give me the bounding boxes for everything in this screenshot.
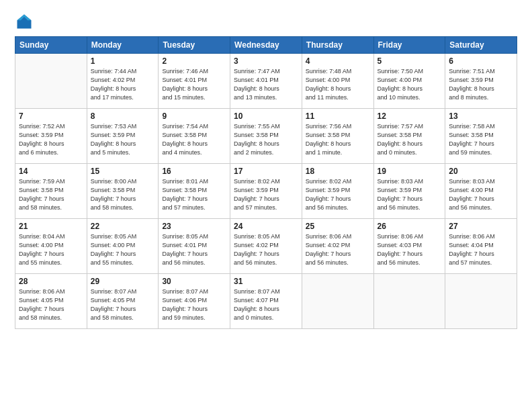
day-info: Sunrise: 7:59 AM Sunset: 3:58 PM Dayligh… <box>19 177 83 212</box>
day-info: Sunrise: 8:07 AM Sunset: 4:05 PM Dayligh… <box>91 287 155 322</box>
calendar-cell: 28Sunrise: 8:06 AM Sunset: 4:05 PM Dayli… <box>15 274 87 329</box>
day-info: Sunrise: 7:55 AM Sunset: 3:58 PM Dayligh… <box>234 122 298 157</box>
calendar-cell: 29Sunrise: 8:07 AM Sunset: 4:05 PM Dayli… <box>87 274 159 329</box>
day-number: 19 <box>378 167 442 176</box>
calendar-cell: 24Sunrise: 8:05 AM Sunset: 4:02 PM Dayli… <box>230 219 302 274</box>
day-number: 4 <box>306 56 370 66</box>
day-number: 24 <box>234 222 298 231</box>
calendar-cell: 1Sunrise: 7:44 AM Sunset: 4:02 PM Daylig… <box>87 54 159 109</box>
calendar-cell: 23Sunrise: 8:05 AM Sunset: 4:01 PM Dayli… <box>159 219 230 274</box>
calendar-body: 1Sunrise: 7:44 AM Sunset: 4:02 PM Daylig… <box>15 54 517 329</box>
day-number: 8 <box>91 111 155 121</box>
day-info: Sunrise: 7:46 AM Sunset: 4:01 PM Dayligh… <box>162 67 226 102</box>
calendar-cell: 31Sunrise: 8:07 AM Sunset: 4:07 PM Dayli… <box>230 274 302 329</box>
calendar-cell: 6Sunrise: 7:51 AM Sunset: 3:59 PM Daylig… <box>445 54 517 109</box>
day-number: 31 <box>234 277 298 286</box>
calendar-week-row: 28Sunrise: 8:06 AM Sunset: 4:05 PM Dayli… <box>15 274 517 329</box>
calendar-cell: 12Sunrise: 7:57 AM Sunset: 3:58 PM Dayli… <box>373 109 445 164</box>
calendar-cell: 25Sunrise: 8:06 AM Sunset: 4:02 PM Dayli… <box>302 219 373 274</box>
day-info: Sunrise: 8:04 AM Sunset: 4:00 PM Dayligh… <box>19 232 83 267</box>
calendar-cell: 4Sunrise: 7:48 AM Sunset: 4:00 PM Daylig… <box>302 54 373 109</box>
day-number: 26 <box>378 222 442 231</box>
weekday-header-cell: Tuesday <box>159 37 230 54</box>
weekday-header-cell: Wednesday <box>230 37 302 54</box>
day-number: 6 <box>449 56 513 66</box>
day-info: Sunrise: 8:06 AM Sunset: 4:02 PM Dayligh… <box>306 232 370 267</box>
calendar-week-row: 7Sunrise: 7:52 AM Sunset: 3:59 PM Daylig… <box>15 109 517 164</box>
day-info: Sunrise: 8:02 AM Sunset: 3:59 PM Dayligh… <box>234 177 298 212</box>
calendar-cell <box>302 274 373 329</box>
day-number: 28 <box>19 277 83 286</box>
day-info: Sunrise: 7:48 AM Sunset: 4:00 PM Dayligh… <box>306 67 370 102</box>
day-number: 14 <box>19 167 83 176</box>
calendar-cell: 11Sunrise: 7:56 AM Sunset: 3:58 PM Dayli… <box>302 109 373 164</box>
calendar-cell: 7Sunrise: 7:52 AM Sunset: 3:59 PM Daylig… <box>15 109 87 164</box>
day-number: 13 <box>449 111 513 121</box>
day-number: 2 <box>162 56 226 66</box>
calendar-cell: 8Sunrise: 7:53 AM Sunset: 3:59 PM Daylig… <box>87 109 159 164</box>
day-number: 25 <box>306 222 370 231</box>
calendar-cell: 14Sunrise: 7:59 AM Sunset: 3:58 PM Dayli… <box>15 164 87 219</box>
day-number: 21 <box>19 222 83 231</box>
day-number: 7 <box>19 111 83 121</box>
calendar-cell: 5Sunrise: 7:50 AM Sunset: 4:00 PM Daylig… <box>373 54 445 109</box>
day-number: 10 <box>234 111 298 121</box>
day-info: Sunrise: 7:54 AM Sunset: 3:58 PM Dayligh… <box>162 122 226 157</box>
calendar-cell: 16Sunrise: 8:01 AM Sunset: 3:58 PM Dayli… <box>159 164 230 219</box>
calendar-cell: 10Sunrise: 7:55 AM Sunset: 3:58 PM Dayli… <box>230 109 302 164</box>
weekday-header-cell: Friday <box>373 37 445 54</box>
calendar-cell <box>15 54 87 109</box>
day-number: 18 <box>306 167 370 176</box>
weekday-header-cell: Sunday <box>15 37 87 54</box>
calendar-week-row: 21Sunrise: 8:04 AM Sunset: 4:00 PM Dayli… <box>15 219 517 274</box>
weekday-header-row: SundayMondayTuesdayWednesdayThursdayFrid… <box>15 37 517 54</box>
day-info: Sunrise: 7:58 AM Sunset: 3:58 PM Dayligh… <box>449 122 513 157</box>
day-info: Sunrise: 8:06 AM Sunset: 4:04 PM Dayligh… <box>449 232 513 267</box>
calendar-cell: 9Sunrise: 7:54 AM Sunset: 3:58 PM Daylig… <box>159 109 230 164</box>
day-info: Sunrise: 7:52 AM Sunset: 3:59 PM Dayligh… <box>19 122 83 157</box>
header <box>15 12 517 31</box>
logo-icon <box>15 12 34 31</box>
day-info: Sunrise: 8:00 AM Sunset: 3:58 PM Dayligh… <box>91 177 155 212</box>
day-info: Sunrise: 8:02 AM Sunset: 3:59 PM Dayligh… <box>306 177 370 212</box>
day-info: Sunrise: 8:05 AM Sunset: 4:02 PM Dayligh… <box>234 232 298 267</box>
day-info: Sunrise: 7:50 AM Sunset: 4:00 PM Dayligh… <box>378 67 442 102</box>
weekday-header-cell: Saturday <box>445 37 517 54</box>
weekday-header-cell: Monday <box>87 37 159 54</box>
day-info: Sunrise: 8:06 AM Sunset: 4:05 PM Dayligh… <box>19 287 83 322</box>
day-number: 3 <box>234 56 298 66</box>
day-number: 27 <box>449 222 513 231</box>
day-number: 9 <box>162 111 226 121</box>
calendar-cell: 19Sunrise: 8:03 AM Sunset: 3:59 PM Dayli… <box>373 164 445 219</box>
calendar-cell: 30Sunrise: 8:07 AM Sunset: 4:06 PM Dayli… <box>159 274 230 329</box>
day-number: 12 <box>378 111 442 121</box>
day-info: Sunrise: 8:05 AM Sunset: 4:01 PM Dayligh… <box>162 232 226 267</box>
day-number: 11 <box>306 111 370 121</box>
day-number: 1 <box>91 56 155 66</box>
calendar-week-row: 1Sunrise: 7:44 AM Sunset: 4:02 PM Daylig… <box>15 54 517 109</box>
calendar-cell <box>445 274 517 329</box>
calendar-cell: 27Sunrise: 8:06 AM Sunset: 4:04 PM Dayli… <box>445 219 517 274</box>
day-info: Sunrise: 8:03 AM Sunset: 3:59 PM Dayligh… <box>378 177 442 212</box>
calendar-week-row: 14Sunrise: 7:59 AM Sunset: 3:58 PM Dayli… <box>15 164 517 219</box>
day-number: 30 <box>162 277 226 286</box>
calendar-cell: 15Sunrise: 8:00 AM Sunset: 3:58 PM Dayli… <box>87 164 159 219</box>
day-info: Sunrise: 8:03 AM Sunset: 4:00 PM Dayligh… <box>449 177 513 212</box>
calendar-cell: 20Sunrise: 8:03 AM Sunset: 4:00 PM Dayli… <box>445 164 517 219</box>
day-number: 16 <box>162 167 226 176</box>
calendar-cell: 17Sunrise: 8:02 AM Sunset: 3:59 PM Dayli… <box>230 164 302 219</box>
day-number: 5 <box>378 56 442 66</box>
calendar-cell: 3Sunrise: 7:47 AM Sunset: 4:01 PM Daylig… <box>230 54 302 109</box>
day-number: 23 <box>162 222 226 231</box>
day-info: Sunrise: 7:57 AM Sunset: 3:58 PM Dayligh… <box>378 122 442 157</box>
calendar-cell: 2Sunrise: 7:46 AM Sunset: 4:01 PM Daylig… <box>159 54 230 109</box>
logo <box>15 12 36 31</box>
day-info: Sunrise: 7:53 AM Sunset: 3:59 PM Dayligh… <box>91 122 155 157</box>
day-number: 22 <box>91 222 155 231</box>
calendar-cell: 22Sunrise: 8:05 AM Sunset: 4:00 PM Dayli… <box>87 219 159 274</box>
page: SundayMondayTuesdayWednesdayThursdayFrid… <box>0 0 532 411</box>
day-info: Sunrise: 8:06 AM Sunset: 4:03 PM Dayligh… <box>378 232 442 267</box>
day-number: 29 <box>91 277 155 286</box>
weekday-header-cell: Thursday <box>302 37 373 54</box>
day-number: 17 <box>234 167 298 176</box>
